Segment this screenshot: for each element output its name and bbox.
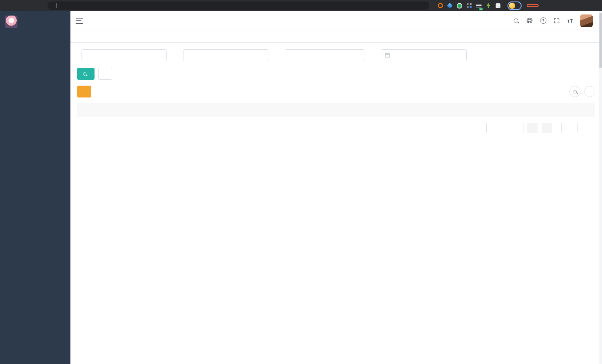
search-button[interactable] xyxy=(77,68,95,80)
reset-button[interactable] xyxy=(98,68,112,80)
list-on-extension-icon[interactable]: on xyxy=(476,3,482,9)
calendar-icon xyxy=(385,53,390,58)
browser-update-button[interactable] xyxy=(527,4,539,7)
hamburger-icon[interactable] xyxy=(76,18,83,24)
sidebar xyxy=(0,11,70,364)
pagination xyxy=(77,123,595,133)
url-divider xyxy=(56,3,57,8)
search-icon[interactable] xyxy=(513,17,519,24)
scrollbar-thumb[interactable] xyxy=(599,13,602,68)
address-bar[interactable] xyxy=(47,1,429,10)
page-size-select[interactable] xyxy=(486,123,523,133)
goto-page-input[interactable] xyxy=(561,123,578,133)
status-select-input[interactable] xyxy=(285,49,364,61)
export-button[interactable] xyxy=(77,86,91,97)
plant-extension-icon[interactable] xyxy=(486,3,491,9)
table-header-row xyxy=(77,103,595,117)
app-logo xyxy=(5,16,17,28)
table-toolbar xyxy=(77,86,595,97)
browser-profile-avatar xyxy=(509,3,515,9)
next-page-button[interactable] xyxy=(542,123,552,133)
github-icon[interactable] xyxy=(526,17,533,24)
blue-gem-extension-icon[interactable] xyxy=(447,3,453,9)
refresh-circle-button[interactable] xyxy=(584,86,595,97)
status-select[interactable] xyxy=(285,49,364,61)
filter-form xyxy=(77,49,595,61)
search-button-icon xyxy=(83,72,86,76)
browser-toolbar: on xyxy=(0,0,602,11)
page-scrollbar[interactable] xyxy=(599,11,602,364)
prev-page-button[interactable] xyxy=(527,123,538,133)
search-actions xyxy=(77,68,595,80)
sidebar-logo-row[interactable] xyxy=(0,11,70,32)
green-circle-extension-icon[interactable] xyxy=(457,3,462,9)
font-size-icon[interactable]: тT xyxy=(567,17,573,24)
browser-profile-badge[interactable] xyxy=(507,1,522,10)
grid-extension-icon[interactable] xyxy=(466,3,472,9)
extensions-row: on xyxy=(437,3,501,9)
login-log-table xyxy=(77,103,595,117)
tags-view-bar xyxy=(70,30,602,43)
puzzle-extension-icon[interactable] xyxy=(495,3,501,9)
username-input[interactable] xyxy=(183,49,268,61)
orange-extension-icon[interactable] xyxy=(437,3,443,9)
login-address-input[interactable] xyxy=(82,49,167,61)
fullscreen-icon[interactable] xyxy=(553,17,560,24)
help-icon[interactable]: ? xyxy=(540,17,546,24)
date-range-picker[interactable] xyxy=(381,49,467,61)
toggle-search-circle-button[interactable] xyxy=(569,86,580,97)
top-navbar: ? тT xyxy=(70,11,602,30)
app-root: on xyxy=(0,0,602,364)
topbar-actions: ? тT xyxy=(513,14,597,27)
user-avatar[interactable] xyxy=(580,14,593,27)
page-content xyxy=(70,43,602,140)
main-area: ? тT xyxy=(70,11,602,364)
